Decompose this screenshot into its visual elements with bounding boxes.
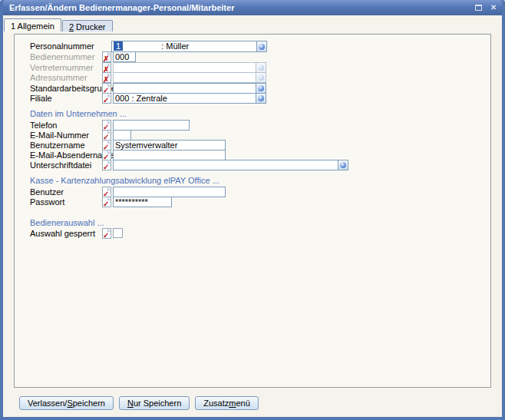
adressnummer-label: Adressnummer	[30, 73, 87, 82]
vertreternummer-flag-button[interactable]: ✗	[102, 62, 111, 73]
close-button[interactable]: ✕	[488, 3, 499, 13]
kasse-benutzer-label: Benutzer	[30, 187, 64, 197]
passwort-input[interactable]	[113, 197, 172, 207]
filiale-flag-button[interactable]: ✓	[102, 93, 111, 104]
dropdown-spin-icon	[258, 74, 264, 81]
zusatzmenu-button[interactable]: Zusatzmenü	[195, 396, 259, 410]
unterschriftdatei-value	[114, 160, 338, 170]
telefon-flag-button[interactable]: ✓	[102, 120, 111, 131]
dialog-client-area: 1 Allgemein 2Drucker Personalnummer 1: M…	[3, 15, 502, 417]
vertreternummer-combobox[interactable]	[113, 62, 266, 73]
adressnummer-combobox[interactable]	[113, 72, 266, 83]
dropdown-spin-icon	[258, 85, 264, 91]
button-label-part: enü	[236, 399, 249, 408]
window-title: Erfassen/Ändern Bedienermanager-Personal…	[6, 3, 234, 12]
section-heading-kasse: Kasse - Kartenzahlungsabwicklung elPAY O…	[30, 176, 219, 185]
row-auswahl-gesperrt: Auswahl gesperrt ✓	[15, 228, 490, 240]
unterschriftdatei-combobox[interactable]	[113, 160, 348, 170]
passwort-flag-button[interactable]: ✓	[102, 197, 111, 207]
telefon-label: Telefon	[30, 121, 57, 130]
unterschriftdatei-flag-button[interactable]: ✓	[102, 160, 111, 170]
adressnummer-value	[114, 73, 256, 82]
button-row: Verlassen/Speichern Nur Speichern Zusatz…	[19, 396, 259, 410]
window-controls: ✕	[473, 3, 499, 13]
bedienernummer-flag-button[interactable]: ✗	[102, 51, 111, 62]
personalnummer-value: 1: Müller	[112, 41, 256, 51]
row-passwort: Passwort ✓	[15, 197, 490, 209]
maximize-icon	[475, 5, 482, 11]
doc-check-icon: ✓	[103, 97, 109, 104]
filiale-label: Filiale	[30, 94, 52, 103]
standardarbeitsgruppe-combobox[interactable]	[113, 83, 266, 94]
standardarbeitsgruppe-dropdown-button[interactable]	[256, 84, 266, 93]
bedienernummer-label: Bedienernummer	[30, 52, 94, 61]
button-label-part: Verlassen/	[28, 399, 67, 408]
vertreternummer-value	[114, 63, 256, 72]
email-nummer-input[interactable]	[113, 130, 131, 141]
filiale-value: 000 : Zentrale	[114, 94, 256, 103]
adressnummer-dropdown-button[interactable]	[256, 73, 266, 82]
auswahl-gesperrt-label: Auswahl gesperrt	[30, 229, 95, 238]
email-nummer-label: E-Mail-Nummer	[30, 131, 89, 140]
personalnummer-dropdown-button[interactable]	[256, 41, 266, 51]
personalnummer-selected-number: 1	[114, 41, 123, 51]
tab-strip: 1 Allgemein 2Drucker	[4, 18, 114, 31]
maximize-button[interactable]	[473, 3, 484, 13]
doc-check-icon: ✓	[103, 164, 109, 171]
nur-speichern-button[interactable]: Nur Speichern	[119, 396, 190, 410]
adressnummer-flag-button[interactable]: ✗	[102, 72, 111, 83]
form-panel: Personalnummer 1: Müller Bedienernummer …	[14, 34, 491, 388]
filiale-dropdown-button[interactable]	[256, 94, 266, 103]
personalnummer-label: Personalnummer	[30, 41, 94, 51]
standardarbeitsgruppe-flag-button[interactable]: ✓	[102, 83, 111, 94]
passwort-label: Passwort	[30, 197, 64, 207]
vertreternummer-label: Vertreternummer	[30, 63, 94, 72]
filiale-combobox[interactable]: 000 : Zentrale	[113, 93, 266, 104]
auswahl-gesperrt-checkbox[interactable]	[113, 228, 123, 238]
verlassen-speichern-button[interactable]: Verlassen/Speichern	[19, 396, 114, 410]
tab-drucker-accesskey: 2	[69, 22, 74, 31]
unterschriftdatei-dropdown-button[interactable]	[338, 160, 348, 170]
kasse-benutzer-input[interactable]	[113, 187, 226, 197]
tab-drucker[interactable]: 2Drucker	[62, 20, 113, 31]
button-label-part: Zusatz	[203, 399, 229, 408]
titlebar[interactable]: Erfassen/Ändern Bedienermanager-Personal…	[3, 0, 502, 15]
dropdown-spin-icon	[340, 162, 346, 168]
section-heading-unternehmen: Daten im Unternehmen ...	[30, 109, 127, 118]
telefon-input[interactable]	[113, 120, 190, 131]
dialog-window: Erfassen/Ändern Bedienermanager-Personal…	[0, 0, 505, 420]
button-accesskey: S	[67, 399, 72, 408]
row-unterschriftdatei: Unterschriftdatei ✓	[15, 160, 490, 172]
tab-drucker-label: Drucker	[76, 22, 106, 31]
standardarbeitsgruppe-value	[114, 84, 256, 93]
vertreternummer-dropdown-button[interactable]	[256, 63, 266, 72]
doc-check-icon: ✓	[103, 232, 109, 240]
dropdown-spin-icon	[259, 44, 265, 50]
dropdown-spin-icon	[258, 95, 264, 101]
personalnummer-name: : Müller	[161, 41, 189, 51]
close-icon: ✕	[490, 4, 497, 12]
email-absendername-input[interactable]	[113, 150, 226, 160]
button-accesskey: N	[127, 399, 134, 408]
unterschriftdatei-label: Unterschriftdatei	[30, 160, 91, 170]
bedienernummer-input[interactable]	[113, 51, 136, 62]
benutzername-label: Benutzername	[30, 141, 85, 150]
kasse-benutzer-flag-button[interactable]: ✓	[102, 187, 111, 197]
button-label-part: ur Speichern	[134, 399, 181, 408]
row-filiale: Filiale ✓ 000 : Zentrale	[15, 93, 490, 105]
dropdown-spin-icon	[258, 64, 264, 71]
button-label-part: peichern	[73, 399, 105, 408]
email-absendername-flag-button[interactable]: ✓	[102, 150, 111, 160]
email-nummer-flag-button[interactable]: ✓	[102, 130, 111, 141]
doc-check-icon: ✓	[103, 200, 109, 208]
benutzername-input[interactable]	[113, 140, 226, 150]
benutzername-flag-button[interactable]: ✓	[102, 140, 111, 150]
tab-allgemein[interactable]: 1 Allgemein	[4, 18, 61, 31]
personalnummer-combobox[interactable]: 1: Müller	[111, 41, 267, 52]
section-heading-bedienerauswahl: Bedienerauswahl ...	[30, 218, 104, 227]
auswahl-gesperrt-flag-button[interactable]: ✓	[102, 228, 111, 239]
